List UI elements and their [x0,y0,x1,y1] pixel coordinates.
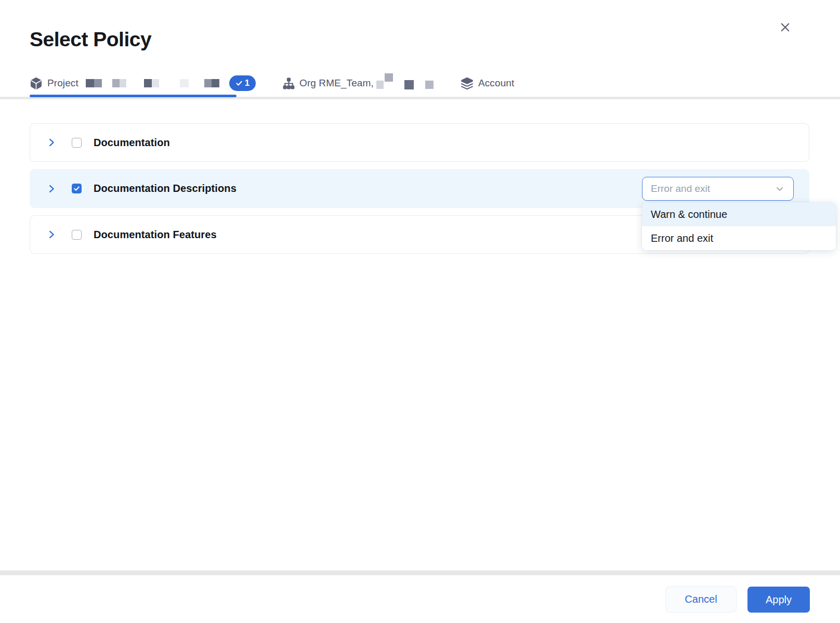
tab-account[interactable]: Account [461,73,514,93]
tab-org[interactable]: Org RME_Team, [283,73,434,93]
close-icon [779,21,791,33]
tab-project-label: Project [47,77,78,89]
redacted-text [112,79,126,87]
policy-row-label: Documentation Descriptions [94,183,237,194]
redacted-text [376,79,384,87]
policy-row-label: Documentation Features [94,229,217,241]
expand-chevron[interactable] [45,183,58,195]
cube-icon [30,77,43,90]
dropdown-option-warn-continue[interactable]: Warn & continue [642,202,836,226]
close-button[interactable] [777,19,793,35]
checkbox-documentation-features[interactable] [72,230,82,240]
redacted-text [204,79,219,87]
checkbox-documentation[interactable] [72,138,82,148]
redacted-text [404,79,414,88]
redacted-text [425,79,434,87]
dropdown-option-error-exit[interactable]: Error and exit [642,226,836,250]
redacted-text [180,79,189,87]
tab-project[interactable]: Project 1 [30,73,256,93]
policy-row-documentation: Documentation [30,123,809,162]
chevron-right-icon [46,229,57,240]
tab-account-label: Account [478,77,514,89]
select-policy-modal: Select Policy Project [0,0,840,623]
active-tab-indicator [30,95,237,97]
action-dropdown-menu: Warn & continue Error and exit [642,202,836,250]
modal-title: Select Policy [30,28,151,51]
policy-row-label: Documentation [94,137,170,149]
check-icon [235,80,243,87]
apply-button[interactable]: Apply [747,587,810,613]
tab-org-label: Org RME_Team, [299,77,374,89]
expand-chevron[interactable] [45,228,58,241]
check-icon [73,185,80,192]
action-select[interactable]: Error and exit [642,177,794,201]
chevron-right-icon [46,183,57,194]
selected-count: 1 [245,78,250,88]
redacted-text [144,79,159,87]
selected-count-badge: 1 [229,75,256,91]
redacted-text [86,79,102,87]
layers-icon [461,77,474,90]
expand-chevron[interactable] [45,136,58,149]
checkbox-documentation-descriptions[interactable] [72,184,82,193]
redacted-text [385,79,393,87]
chevron-down-icon [775,184,785,194]
org-chart-icon [283,77,295,89]
footer-divider [0,570,840,575]
action-select-value: Error and exit [651,183,775,194]
chevron-right-icon [46,137,57,148]
cancel-button[interactable]: Cancel [665,586,737,613]
